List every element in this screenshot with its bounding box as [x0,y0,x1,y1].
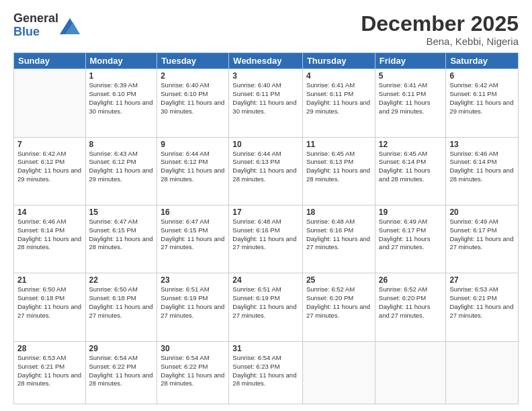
weekday-header-row: SundayMondayTuesdayWednesdayThursdayFrid… [14,53,519,69]
day-info: Sunrise: 6:40 AMSunset: 6:10 PMDaylight:… [161,81,225,116]
logo-icon [60,15,80,36]
calendar-cell: 26Sunrise: 6:52 AMSunset: 6:20 PMDayligh… [375,273,446,341]
day-number: 18 [306,208,371,217]
day-info: Sunrise: 6:42 AMSunset: 6:12 PMDaylight:… [17,150,82,184]
day-number: 7 [17,140,82,149]
day-number: 15 [89,208,154,217]
day-info: Sunrise: 6:40 AMSunset: 6:11 PMDaylight:… [232,81,299,116]
day-info: Sunrise: 6:54 AMSunset: 6:22 PMDaylight:… [161,354,225,388]
day-info: Sunrise: 6:48 AMSunset: 6:16 PMDaylight:… [232,218,299,252]
day-info: Sunrise: 6:46 AMSunset: 6:14 PMDaylight:… [449,150,515,184]
day-number: 29 [89,344,154,353]
calendar-cell: 30Sunrise: 6:54 AMSunset: 6:22 PMDayligh… [157,341,229,404]
day-info: Sunrise: 6:48 AMSunset: 6:16 PMDaylight:… [306,218,371,252]
day-number: 26 [379,275,443,285]
calendar-cell: 23Sunrise: 6:51 AMSunset: 6:19 PMDayligh… [157,273,229,341]
weekday-friday: Friday [375,53,446,69]
day-number: 24 [232,275,299,285]
day-number: 17 [232,208,299,217]
day-info: Sunrise: 6:41 AMSunset: 6:11 PMDaylight:… [379,81,443,116]
day-number: 11 [306,140,371,149]
week-row-3: 21Sunrise: 6:50 AMSunset: 6:18 PMDayligh… [14,273,519,341]
day-info: Sunrise: 6:39 AMSunset: 6:10 PMDaylight:… [89,81,154,116]
day-info: Sunrise: 6:52 AMSunset: 6:20 PMDaylight:… [379,285,443,320]
day-number: 2 [161,71,225,81]
logo-general: General [13,12,58,26]
day-info: Sunrise: 6:45 AMSunset: 6:13 PMDaylight:… [306,150,371,184]
day-number: 14 [17,208,82,217]
weekday-tuesday: Tuesday [157,53,229,69]
day-info: Sunrise: 6:43 AMSunset: 6:12 PMDaylight:… [89,150,154,184]
calendar-cell: 18Sunrise: 6:48 AMSunset: 6:16 PMDayligh… [302,205,375,273]
calendar-cell: 10Sunrise: 6:44 AMSunset: 6:13 PMDayligh… [229,137,303,205]
calendar-cell: 20Sunrise: 6:49 AMSunset: 6:17 PMDayligh… [446,205,519,273]
weekday-monday: Monday [85,53,157,69]
calendar-cell: 3Sunrise: 6:40 AMSunset: 6:11 PMDaylight… [229,69,303,137]
day-info: Sunrise: 6:45 AMSunset: 6:14 PMDaylight:… [379,150,443,184]
calendar-cell: 7Sunrise: 6:42 AMSunset: 6:12 PMDaylight… [14,137,86,205]
page: General Blue December 2025 Bena, Kebbi, … [0,0,532,411]
day-info: Sunrise: 6:52 AMSunset: 6:20 PMDaylight:… [306,285,371,320]
week-row-4: 28Sunrise: 6:53 AMSunset: 6:21 PMDayligh… [14,341,519,404]
day-info: Sunrise: 6:53 AMSunset: 6:21 PMDaylight:… [17,354,82,388]
day-info: Sunrise: 6:41 AMSunset: 6:11 PMDaylight:… [306,81,371,116]
day-info: Sunrise: 6:54 AMSunset: 6:23 PMDaylight:… [232,354,299,388]
day-info: Sunrise: 6:50 AMSunset: 6:18 PMDaylight:… [17,285,82,320]
day-info: Sunrise: 6:49 AMSunset: 6:17 PMDaylight:… [379,218,443,252]
day-number: 28 [17,344,82,353]
calendar-cell [302,341,375,404]
day-info: Sunrise: 6:44 AMSunset: 6:12 PMDaylight:… [161,150,225,184]
day-info: Sunrise: 6:42 AMSunset: 6:11 PMDaylight:… [449,81,515,116]
week-row-0: 1Sunrise: 6:39 AMSunset: 6:10 PMDaylight… [14,69,519,137]
calendar-cell: 21Sunrise: 6:50 AMSunset: 6:18 PMDayligh… [14,273,86,341]
weekday-saturday: Saturday [446,53,519,69]
calendar-cell: 12Sunrise: 6:45 AMSunset: 6:14 PMDayligh… [375,137,446,205]
day-number: 5 [379,71,443,81]
calendar-cell: 31Sunrise: 6:54 AMSunset: 6:23 PMDayligh… [229,341,303,404]
day-info: Sunrise: 6:46 AMSunset: 6:14 PMDaylight:… [17,218,82,252]
calendar-cell: 8Sunrise: 6:43 AMSunset: 6:12 PMDaylight… [85,137,157,205]
calendar-cell: 1Sunrise: 6:39 AMSunset: 6:10 PMDaylight… [85,69,157,137]
day-number: 20 [449,208,515,217]
day-number: 1 [89,71,154,81]
day-number: 23 [161,275,225,285]
calendar-cell [14,69,86,137]
calendar-cell: 2Sunrise: 6:40 AMSunset: 6:10 PMDaylight… [157,69,229,137]
day-info: Sunrise: 6:47 AMSunset: 6:15 PMDaylight:… [89,218,154,252]
calendar-cell: 6Sunrise: 6:42 AMSunset: 6:11 PMDaylight… [446,69,519,137]
day-number: 16 [161,208,225,217]
day-number: 25 [306,275,371,285]
calendar-cell [375,341,446,404]
day-number: 8 [89,140,154,149]
day-number: 12 [379,140,443,149]
day-number: 31 [232,344,299,353]
calendar-cell: 29Sunrise: 6:54 AMSunset: 6:22 PMDayligh… [85,341,157,404]
calendar-cell: 15Sunrise: 6:47 AMSunset: 6:15 PMDayligh… [85,205,157,273]
header: General Blue December 2025 Bena, Kebbi, … [13,12,519,47]
day-number: 30 [161,344,225,353]
logo-blue: Blue [13,26,58,39]
week-row-2: 14Sunrise: 6:46 AMSunset: 6:14 PMDayligh… [14,205,519,273]
day-number: 10 [232,140,299,149]
calendar-cell: 25Sunrise: 6:52 AMSunset: 6:20 PMDayligh… [302,273,375,341]
calendar-cell: 17Sunrise: 6:48 AMSunset: 6:16 PMDayligh… [229,205,303,273]
logo: General Blue [13,12,80,39]
logo-text: General Blue [13,12,58,39]
calendar-cell: 22Sunrise: 6:50 AMSunset: 6:18 PMDayligh… [85,273,157,341]
week-row-1: 7Sunrise: 6:42 AMSunset: 6:12 PMDaylight… [14,137,519,205]
calendar-cell: 5Sunrise: 6:41 AMSunset: 6:11 PMDaylight… [375,69,446,137]
day-number: 3 [232,71,299,81]
day-number: 21 [17,275,82,285]
calendar-cell: 14Sunrise: 6:46 AMSunset: 6:14 PMDayligh… [14,205,86,273]
calendar-cell: 13Sunrise: 6:46 AMSunset: 6:14 PMDayligh… [446,137,519,205]
calendar: SundayMondayTuesdayWednesdayThursdayFrid… [13,52,519,404]
day-info: Sunrise: 6:53 AMSunset: 6:21 PMDaylight:… [449,285,515,320]
day-number: 27 [449,275,515,285]
title-area: December 2025 Bena, Kebbi, Nigeria [361,12,519,47]
day-info: Sunrise: 6:54 AMSunset: 6:22 PMDaylight:… [89,354,154,388]
day-info: Sunrise: 6:49 AMSunset: 6:17 PMDaylight:… [449,218,515,252]
day-number: 4 [306,71,371,81]
calendar-cell: 11Sunrise: 6:45 AMSunset: 6:13 PMDayligh… [302,137,375,205]
month-title: December 2025 [361,12,519,36]
calendar-cell [446,341,519,404]
